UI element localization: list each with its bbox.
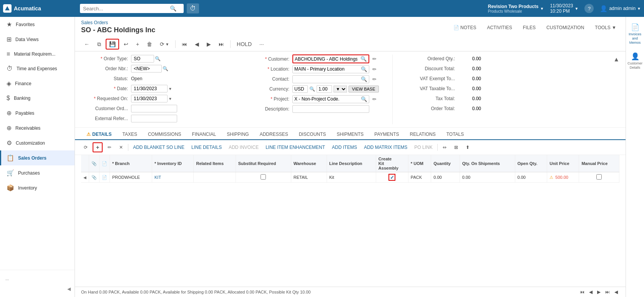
invoices-memos-panel-btn[interactable]: 📄 Invoices and Memos xyxy=(627,20,644,48)
location-search-btn[interactable]: 🔍 xyxy=(359,66,369,73)
details-icon3-btn[interactable]: ⬆ xyxy=(463,144,472,151)
project-edit-btn[interactable]: ✏ xyxy=(371,96,378,103)
sidebar-item-banking[interactable]: $ Banking xyxy=(0,91,75,106)
tab-taxes[interactable]: TAXES xyxy=(117,129,142,140)
order-type-input[interactable] xyxy=(131,55,154,63)
sidebar-item-time-expenses[interactable]: ⏱ Time and Expenses xyxy=(0,61,75,76)
copy-button[interactable]: ⧉ xyxy=(94,39,104,50)
search-input[interactable] xyxy=(83,6,168,12)
tab-discounts[interactable]: DISCOUNTS xyxy=(294,129,332,140)
add-matrix-items-btn[interactable]: ADD MATRIX ITEMS xyxy=(362,144,410,151)
tab-shipping[interactable]: SHIPPING xyxy=(221,129,254,140)
customer-ord-input[interactable] xyxy=(131,105,177,112)
details-icon2-btn[interactable]: ⊠ xyxy=(451,144,461,151)
details-add-btn[interactable]: + xyxy=(93,142,103,152)
contact-edit-btn[interactable]: ✏ xyxy=(371,76,378,83)
status-prev-btn[interactable]: ◀ xyxy=(588,289,594,295)
tab-shipments[interactable]: SHIPMENTS xyxy=(331,129,369,140)
sidebar-item-inventory[interactable]: 📦 Inventory xyxy=(0,180,75,195)
sidebar-collapse-button[interactable]: ◀ xyxy=(0,284,75,294)
status-next-btn[interactable]: ▶ xyxy=(596,289,602,295)
add-items-btn[interactable]: ADD ITEMS xyxy=(330,144,359,151)
sidebar-item-customization[interactable]: ⚙ Customization xyxy=(0,135,75,150)
project-input[interactable] xyxy=(293,96,359,102)
description-input[interactable] xyxy=(292,105,369,113)
tab-relations[interactable]: RELATIONS xyxy=(405,129,441,140)
details-delete-btn[interactable]: ✕ xyxy=(116,144,126,151)
tab-financial[interactable]: FINANCIAL xyxy=(187,129,222,140)
more-button[interactable]: ··· xyxy=(256,39,267,49)
tab-commissions[interactable]: COMMISSIONS xyxy=(143,129,187,140)
customer-details-panel-btn[interactable]: 👤 Customer Details xyxy=(627,49,644,73)
currency-search-btn[interactable]: 🔍 xyxy=(309,86,315,92)
back-button[interactable]: ← xyxy=(81,39,93,49)
customer-search-btn[interactable]: 🔍 xyxy=(359,55,368,63)
app-logo[interactable]: Acumatica xyxy=(3,4,76,13)
flow-button[interactable]: ⟳ ▼ xyxy=(157,39,172,49)
prev-button[interactable]: ◀ xyxy=(192,39,202,49)
history-button[interactable]: ⏱ xyxy=(187,3,199,13)
currency-select[interactable]: ▼ xyxy=(334,86,347,92)
project-search-btn[interactable]: 🔍 xyxy=(359,96,369,103)
customer-input[interactable] xyxy=(293,56,359,63)
requested-on-chevron-icon[interactable]: ▼ xyxy=(168,97,172,101)
add-button[interactable]: + xyxy=(133,39,142,49)
tab-totals[interactable]: TOTALS xyxy=(441,129,470,140)
currency-rate-input[interactable] xyxy=(317,85,332,93)
status-collapse-btn[interactable]: ◀ xyxy=(613,289,619,295)
inventory-id-link[interactable]: KIT xyxy=(154,175,161,180)
sidebar-item-material-req[interactable]: ≡ Material Requirem... xyxy=(0,47,75,61)
files-button[interactable]: FILES xyxy=(520,24,539,31)
add-invoice-btn[interactable]: ADD INVOICE xyxy=(226,144,261,151)
save-button[interactable]: 💾 xyxy=(106,39,119,50)
order-nbr-search-btn[interactable]: 🔍 xyxy=(163,66,168,71)
add-blanket-btn[interactable]: ADD BLANKET SO LINE xyxy=(131,144,187,151)
row-inventory-id-cell[interactable]: KIT xyxy=(152,172,194,183)
breadcrumb[interactable]: Sales Orders xyxy=(81,20,267,25)
status-last-btn[interactable]: ⏭ xyxy=(604,289,611,295)
location-input[interactable] xyxy=(293,66,359,73)
sidebar-item-finance[interactable]: ◈ Finance xyxy=(0,76,75,91)
order-type-search-btn[interactable]: 🔍 xyxy=(155,56,161,61)
customization-button[interactable]: CUSTOMIZATION xyxy=(543,24,587,31)
manual-price-checkbox[interactable] xyxy=(596,174,602,180)
branch-selector[interactable]: Revision Two Products Products Wholesale… xyxy=(488,4,544,13)
sidebar-item-data-views[interactable]: ⊞ Data Views xyxy=(0,32,75,47)
help-button[interactable]: ? xyxy=(584,4,594,13)
row-create-kit-cell[interactable]: ✓ xyxy=(376,172,408,183)
date-input[interactable] xyxy=(131,85,168,92)
last-button[interactable]: ⏭ xyxy=(216,39,227,49)
row-subst-required-cell[interactable] xyxy=(236,172,291,183)
undo-button[interactable]: ↩ xyxy=(121,39,131,49)
notes-button[interactable]: 📄 NOTES xyxy=(450,24,479,31)
contact-input[interactable] xyxy=(293,76,359,82)
order-nbr-input[interactable] xyxy=(131,65,162,73)
subst-required-checkbox[interactable] xyxy=(261,174,266,180)
user-button[interactable]: 👤 admin admin ▼ xyxy=(600,5,641,12)
customer-edit-btn[interactable]: ✏ xyxy=(371,55,378,63)
delete-button[interactable]: 🗑 xyxy=(144,39,155,49)
view-base-button[interactable]: VIEW BASE xyxy=(349,86,379,92)
scroll-up-indicator[interactable]: ▲ xyxy=(613,54,619,124)
requested-on-input[interactable] xyxy=(131,95,168,102)
next-button[interactable]: ▶ xyxy=(204,39,214,49)
status-first-btn[interactable]: ⏮ xyxy=(578,289,586,295)
line-details-btn[interactable]: LINE DETAILS xyxy=(189,144,224,151)
create-kit-checkbox-wrap[interactable]: ✓ xyxy=(388,174,395,181)
sidebar-item-receivables[interactable]: ⊕ Receivables xyxy=(0,120,75,135)
tools-button[interactable]: TOOLS ▼ xyxy=(592,24,619,31)
details-icon1-btn[interactable]: ⇔ xyxy=(440,144,449,151)
sidebar-item-purchases[interactable]: 🛒 Purchases xyxy=(0,165,75,180)
contact-search-btn[interactable]: 🔍 xyxy=(359,76,369,83)
tab-details[interactable]: ⚠ DETAILS xyxy=(81,129,117,140)
row-manual-price-cell[interactable] xyxy=(579,172,619,183)
sidebar-item-favorites[interactable]: ★ Favorites xyxy=(0,17,75,32)
location-edit-btn[interactable]: ✏ xyxy=(371,66,378,73)
line-item-enhancement-btn[interactable]: LINE ITEM ENHANCEMENT xyxy=(263,144,327,151)
tab-payments[interactable]: PAYMENTS xyxy=(369,129,404,140)
date-chevron-icon[interactable]: ▼ xyxy=(168,87,172,91)
sidebar-item-payables[interactable]: ⊕ Payables xyxy=(0,106,75,120)
sidebar-item-sales-orders[interactable]: 📋 Sales Orders xyxy=(0,150,75,165)
details-refresh-btn[interactable]: ⟳ xyxy=(81,144,90,151)
activities-button[interactable]: ACTIVITIES xyxy=(484,24,515,31)
